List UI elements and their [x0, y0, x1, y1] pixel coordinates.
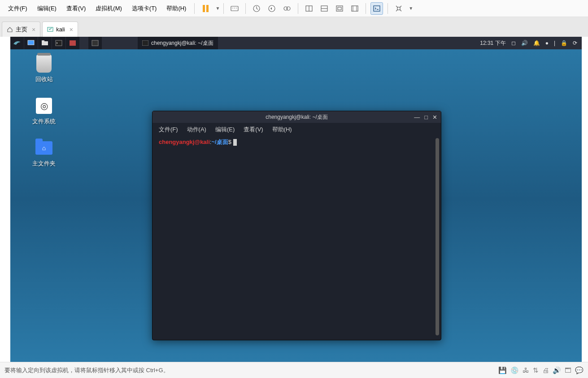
- close-icon[interactable]: ×: [32, 26, 35, 33]
- terminal-titlebar[interactable]: chengyangkj@kali: ~/桌面 — □ ✕: [152, 111, 441, 123]
- menu-file[interactable]: 文件(F): [4, 2, 32, 15]
- panel-terminal[interactable]: [52, 37, 65, 49]
- terminal-scrollbar[interactable]: [436, 138, 439, 335]
- desktop-icon-trash[interactable]: 回收站: [24, 55, 64, 83]
- close-button[interactable]: ✕: [432, 114, 437, 121]
- lock-icon[interactable]: 🔒: [561, 40, 567, 46]
- prompt-path: ~/桌面: [211, 139, 228, 145]
- menu-vm[interactable]: 虚拟机(M): [91, 2, 126, 15]
- term-menu-help[interactable]: 帮助(H): [272, 126, 292, 134]
- panel-right: 12:31 下午 ◻ 🔊 🔔 ● | 🔒 ⟳: [480, 39, 582, 47]
- status-sound-icon[interactable]: 🔊: [553, 366, 561, 374]
- view-split-button[interactable]: [318, 2, 331, 15]
- display-icon[interactable]: ◻: [511, 40, 516, 46]
- menu-help[interactable]: 帮助(H): [162, 2, 191, 15]
- terminal-icon: [55, 40, 62, 46]
- term-menu-view[interactable]: 查看(V): [244, 126, 263, 134]
- icon-label: 主文件夹: [32, 160, 56, 168]
- kali-top-panel: chengyangkj@kali: ~/桌面 12:31 下午 ◻ 🔊 🔔 ● …: [10, 37, 582, 49]
- separator: |: [554, 40, 555, 46]
- stretch-icon: [395, 4, 403, 13]
- panel-left: [10, 37, 102, 49]
- desktop-icon-home[interactable]: ⌂ 主文件夹: [24, 139, 64, 168]
- minimize-button[interactable]: —: [414, 114, 420, 121]
- dropdown-arrow-icon[interactable]: ▼: [409, 6, 413, 11]
- close-icon[interactable]: ×: [70, 26, 73, 33]
- kali-logo-icon: [13, 39, 22, 47]
- console-icon: [373, 4, 381, 13]
- separator: [245, 3, 246, 14]
- separator: [194, 3, 195, 14]
- maximize-button[interactable]: □: [424, 114, 428, 121]
- panel-files[interactable]: [38, 37, 52, 49]
- panel-workspace[interactable]: [88, 37, 102, 49]
- status-cd-icon[interactable]: 💿: [510, 366, 519, 374]
- icon-label: 回收站: [35, 75, 53, 83]
- status-printer-icon[interactable]: 🖨: [542, 366, 549, 374]
- icon-label: 文件系统: [32, 117, 56, 126]
- desktop-icon: [27, 40, 35, 46]
- desktop-icon-filesystem[interactable]: ◎ 文件系统: [24, 97, 64, 126]
- svg-point-4: [236, 8, 237, 9]
- term-menu-file[interactable]: 文件(F): [159, 126, 178, 134]
- desktop-icons: 回收站 ◎ 文件系统 ⌂ 主文件夹: [24, 55, 64, 168]
- snapshots-icon: [283, 4, 291, 13]
- tab-label: 主页: [16, 26, 27, 34]
- terminal-title: chengyangkj@kali: ~/桌面: [266, 113, 328, 121]
- dropdown-arrow-icon[interactable]: ▼: [215, 6, 220, 11]
- status-usb-icon[interactable]: ⇅: [533, 366, 539, 374]
- single-pane-icon: [305, 4, 313, 13]
- terminal-body[interactable]: chengyangkj@kali:~/桌面$: [152, 136, 441, 340]
- tab-kali[interactable]: kali ×: [42, 22, 78, 37]
- separator: [298, 3, 298, 14]
- panel-kali-tools[interactable]: [66, 37, 79, 49]
- menu-tabs[interactable]: 选项卡(T): [127, 2, 161, 15]
- menu-view[interactable]: 查看(V): [62, 2, 90, 15]
- term-menu-edit[interactable]: 编辑(E): [215, 126, 235, 134]
- prompt-dollar: $: [228, 139, 231, 145]
- panel-show-desktop[interactable]: [24, 37, 38, 49]
- notification-icon[interactable]: 🔔: [533, 40, 540, 46]
- pause-button[interactable]: [199, 2, 212, 15]
- view-single-button[interactable]: [303, 2, 315, 15]
- snapshot-button[interactable]: [250, 2, 263, 15]
- svg-rect-15: [352, 6, 358, 11]
- status-network-icon[interactable]: 🖧: [523, 366, 529, 374]
- view-fullscreen-button[interactable]: [348, 2, 361, 15]
- taskbar-terminal-entry[interactable]: chengyangkj@kali: ~/桌面: [138, 37, 218, 49]
- terminal-window[interactable]: chengyangkj@kali: ~/桌面 — □ ✕ 文件(F) 动作(A)…: [152, 111, 441, 340]
- volume-icon[interactable]: 🔊: [521, 40, 528, 46]
- panel-time[interactable]: 12:31 下午: [480, 39, 505, 47]
- revert-icon: [268, 4, 276, 13]
- power-icon[interactable]: ⟳: [573, 40, 577, 46]
- status-icons: 💾 💿 🖧 ⇅ 🖨 🔊 🗔 💬: [498, 366, 584, 374]
- split-pane-icon: [320, 4, 328, 13]
- vm-screen[interactable]: chengyangkj@kali: ~/桌面 12:31 下午 ◻ 🔊 🔔 ● …: [10, 37, 582, 362]
- kali-desktop[interactable]: chengyangkj@kali: ~/桌面 12:31 下午 ◻ 🔊 🔔 ● …: [10, 37, 582, 362]
- manage-snapshots-button[interactable]: [281, 2, 293, 15]
- console-view-button[interactable]: [370, 2, 383, 15]
- status-disk-icon[interactable]: 💾: [498, 366, 507, 374]
- kali-menu-button[interactable]: [10, 37, 24, 49]
- pause-icon: [203, 5, 209, 12]
- view-unity-button[interactable]: [333, 2, 346, 15]
- svg-point-2: [233, 8, 234, 9]
- stretch-button[interactable]: [392, 2, 405, 15]
- tab-home[interactable]: 主页 ×: [2, 22, 40, 37]
- send-ctrl-alt-del-button[interactable]: [228, 2, 241, 15]
- cursor-icon: [233, 139, 237, 146]
- svg-rect-25: [70, 40, 76, 46]
- separator: [223, 3, 224, 14]
- tab-label: kali: [56, 26, 65, 33]
- term-menu-action[interactable]: 动作(A): [187, 126, 206, 134]
- network-icon[interactable]: ●: [545, 40, 549, 46]
- revert-snapshot-button[interactable]: [266, 2, 278, 15]
- vmware-statusbar: 要将输入定向到该虚拟机，请将鼠标指针移入其中或按 Ctrl+G。 💾 💿 🖧 ⇅…: [0, 362, 588, 378]
- unity-icon: [335, 4, 344, 13]
- menu-edit[interactable]: 编辑(E): [33, 2, 61, 15]
- status-message-icon[interactable]: 💬: [575, 366, 584, 374]
- status-display-icon[interactable]: 🗔: [565, 366, 571, 374]
- trash-icon: [35, 55, 53, 73]
- svg-rect-21: [28, 40, 34, 45]
- taskbar-title: chengyangkj@kali: ~/桌面: [151, 39, 213, 47]
